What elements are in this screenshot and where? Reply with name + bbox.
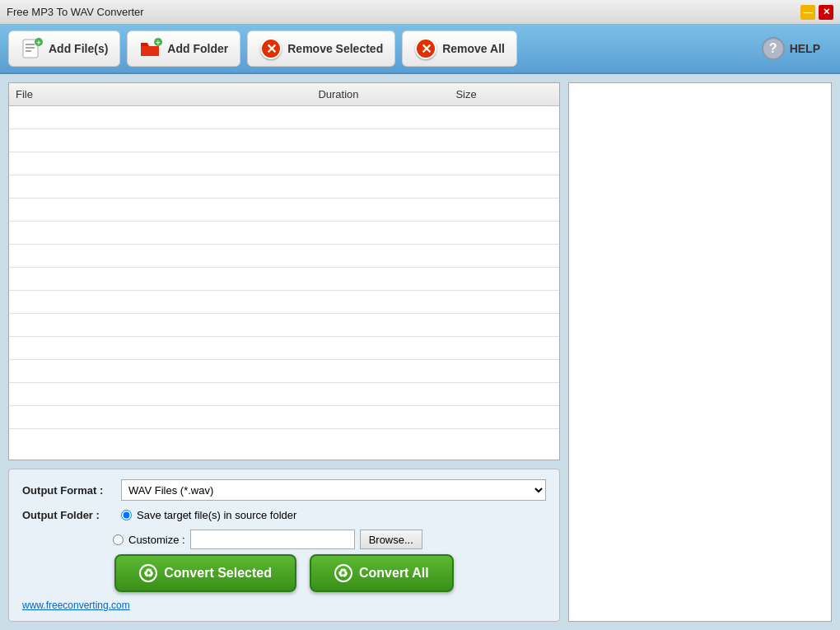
source-folder-radio[interactable] xyxy=(121,510,132,520)
convert-selected-icon: ♻ xyxy=(139,564,157,582)
remove-selected-label: Remove Selected xyxy=(287,42,383,55)
remove-all-icon: ✕ xyxy=(414,37,437,60)
table-row[interactable] xyxy=(9,222,559,245)
remove-all-button[interactable]: ✕ Remove All xyxy=(402,30,517,67)
file-table: File Duration Size xyxy=(9,83,559,429)
website-link[interactable]: www.freeconverting.com xyxy=(22,600,130,611)
remove-all-label: Remove All xyxy=(442,42,505,55)
remove-selected-button[interactable]: ✕ Remove Selected xyxy=(247,30,395,67)
convert-buttons: ♻ Convert Selected ♻ Convert All xyxy=(22,554,546,592)
help-icon: ? xyxy=(762,37,785,60)
table-row[interactable] xyxy=(9,291,559,314)
title-controls: — ✕ xyxy=(800,5,833,20)
add-files-label: Add File(s) xyxy=(49,42,108,55)
footer: www.freeconverting.com xyxy=(22,599,546,611)
output-folder-label: Output Folder : xyxy=(22,509,113,521)
right-panel xyxy=(568,82,832,622)
table-row[interactable] xyxy=(9,314,559,337)
format-select[interactable]: WAV Files (*.wav) xyxy=(121,479,546,501)
customize-row: Customize : Browse... xyxy=(113,530,546,549)
table-header-row: File Duration Size xyxy=(9,83,559,106)
minimize-button[interactable]: — xyxy=(800,5,815,20)
output-folder-row: Output Folder : Save target file(s) in s… xyxy=(22,509,546,521)
add-files-button[interactable]: + Add File(s) xyxy=(8,30,120,67)
output-format-label: Output Format : xyxy=(22,484,113,497)
table-row[interactable] xyxy=(9,360,559,383)
customize-label[interactable]: Customize : xyxy=(128,534,185,546)
toolbar: + Add File(s) + Add Folder ✕ Remove Sele… xyxy=(0,25,840,74)
convert-all-label: Convert All xyxy=(359,566,429,581)
file-table-body xyxy=(9,106,559,429)
browse-button[interactable]: Browse... xyxy=(360,530,422,549)
title-bar: Free MP3 To WAV Converter — ✕ xyxy=(0,0,840,25)
table-row[interactable] xyxy=(9,383,559,406)
settings-area: Output Format : WAV Files (*.wav) Output… xyxy=(8,469,560,622)
remove-selected-icon: ✕ xyxy=(259,37,282,60)
file-table-container: File Duration Size xyxy=(8,82,560,460)
main-area: File Duration Size xyxy=(0,74,840,630)
table-row[interactable] xyxy=(9,337,559,360)
add-folder-button[interactable]: + Add Folder xyxy=(127,30,240,67)
convert-selected-label: Convert Selected xyxy=(164,566,272,581)
convert-all-button[interactable]: ♻ Convert All xyxy=(310,554,454,592)
source-folder-radio-row: Save target file(s) in source folder xyxy=(121,509,296,521)
table-row[interactable] xyxy=(9,175,559,198)
col-header-duration: Duration xyxy=(311,83,449,106)
svg-text:+: + xyxy=(36,39,40,47)
output-format-row: Output Format : WAV Files (*.wav) xyxy=(22,479,546,501)
convert-all-icon: ♻ xyxy=(334,564,352,582)
col-header-file: File xyxy=(9,83,311,106)
customize-input[interactable] xyxy=(190,530,355,549)
convert-selected-button[interactable]: ♻ Convert Selected xyxy=(114,554,296,592)
file-add-icon: + xyxy=(21,37,44,60)
table-row[interactable] xyxy=(9,245,559,268)
table-row[interactable] xyxy=(9,152,559,175)
svg-text:+: + xyxy=(156,39,161,47)
add-folder-label: Add Folder xyxy=(167,42,228,55)
left-panel: File Duration Size xyxy=(0,74,568,630)
table-row[interactable] xyxy=(9,106,559,129)
help-label: HELP xyxy=(790,42,820,55)
help-button[interactable]: ? HELP xyxy=(750,30,832,67)
folder-add-icon: + xyxy=(139,37,162,60)
app-title: Free MP3 To WAV Converter xyxy=(7,6,144,18)
table-row[interactable] xyxy=(9,268,559,291)
source-folder-radio-label[interactable]: Save target file(s) in source folder xyxy=(137,509,296,521)
close-button[interactable]: ✕ xyxy=(819,5,833,20)
table-row[interactable] xyxy=(9,198,559,222)
customize-radio[interactable] xyxy=(113,534,124,545)
table-row[interactable] xyxy=(9,406,559,429)
table-row[interactable] xyxy=(9,129,559,152)
col-header-size: Size xyxy=(449,83,559,106)
